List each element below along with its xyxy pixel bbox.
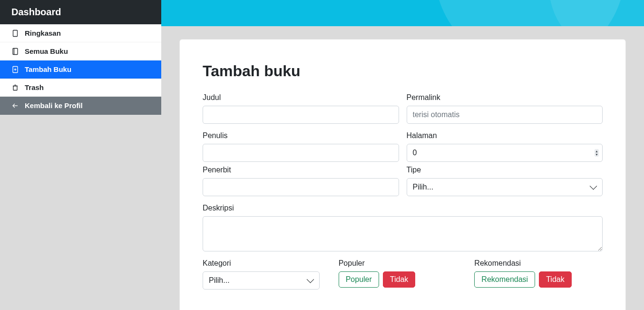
- svg-rect-0: [13, 30, 18, 36]
- judul-label: Judul: [203, 93, 399, 102]
- penulis-input[interactable]: [203, 144, 399, 162]
- rekomendasi-yes-button[interactable]: Rekomendasi: [474, 271, 535, 288]
- sidebar-item-trash[interactable]: Trash: [0, 79, 161, 97]
- penerbit-input[interactable]: [203, 178, 399, 196]
- header-banner: [161, 0, 644, 26]
- plus-file-icon: [11, 66, 19, 73]
- penerbit-label: Penerbit: [203, 166, 399, 174]
- tipe-select[interactable]: [407, 178, 603, 196]
- populer-yes-button[interactable]: Populer: [339, 271, 379, 288]
- kategori-label: Kategori: [203, 259, 331, 268]
- penulis-label: Penulis: [203, 131, 399, 140]
- sidebar-item-tambah-buku[interactable]: Tambah Buku: [0, 60, 161, 79]
- sidebar-title: Dashboard: [0, 0, 161, 24]
- populer-no-button[interactable]: Tidak: [383, 271, 416, 288]
- sidebar-nav: Ringkasan Semua Buku Tambah Buku Trash: [0, 24, 161, 115]
- sidebar-item-ringkasan[interactable]: Ringkasan: [0, 24, 161, 42]
- svg-rect-1: [13, 48, 18, 54]
- permalink-input[interactable]: [407, 106, 603, 124]
- file-icon: [11, 30, 19, 37]
- judul-input[interactable]: [203, 106, 399, 124]
- rekomendasi-label: Rekomendasi: [474, 259, 603, 268]
- sidebar-item-label: Semua Buku: [25, 47, 68, 55]
- sidebar-item-kembali[interactable]: Kembali ke Profil: [0, 97, 161, 115]
- page-title: Tambah buku: [203, 62, 603, 80]
- trash-icon: [11, 84, 19, 91]
- halaman-input[interactable]: [407, 144, 603, 162]
- kategori-select[interactable]: [203, 271, 320, 290]
- book-icon: [11, 48, 19, 55]
- main-content: Tambah buku Judul Permalink Penulis: [161, 26, 644, 310]
- tipe-label: Tipe: [407, 166, 603, 174]
- populer-label: Populer: [339, 259, 467, 268]
- svg-rect-6: [13, 86, 17, 90]
- sidebar-item-label: Ringkasan: [25, 29, 61, 37]
- arrow-left-icon: [11, 102, 19, 110]
- permalink-label: Permalink: [407, 93, 603, 102]
- sidebar-item-label: Tambah Buku: [25, 65, 71, 73]
- halaman-label: Halaman: [407, 131, 603, 140]
- rekomendasi-no-button[interactable]: Tidak: [539, 271, 572, 288]
- sidebar-item-label: Trash: [25, 83, 44, 91]
- deskripsi-label: Deskripsi: [203, 204, 603, 212]
- sidebar-item-semua-buku[interactable]: Semua Buku: [0, 42, 161, 60]
- form-card: Tambah buku Judul Permalink Penulis: [179, 39, 626, 310]
- sidebar-item-label: Kembali ke Profil: [25, 101, 83, 110]
- sidebar: Dashboard Ringkasan Semua Buku Tambah Bu…: [0, 0, 161, 310]
- deskripsi-textarea[interactable]: [203, 216, 603, 251]
